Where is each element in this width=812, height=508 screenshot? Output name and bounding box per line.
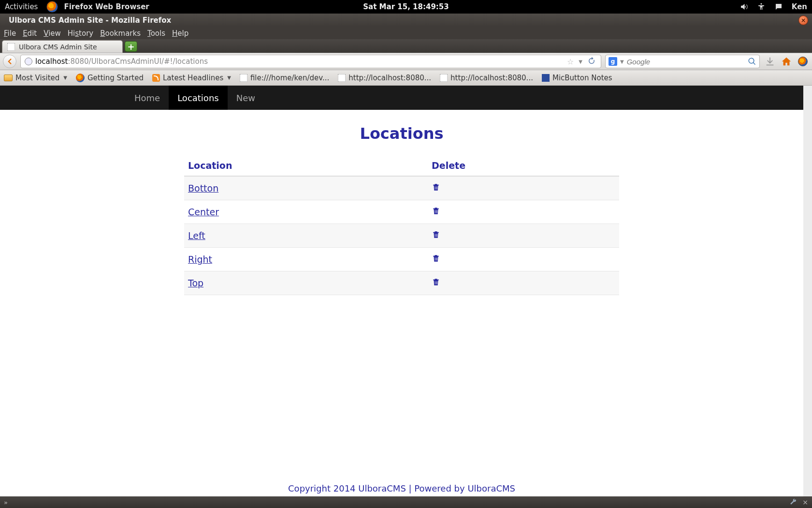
trash-icon <box>432 230 440 239</box>
locations-table: Location Delete BottonCenterLeftRightTop <box>184 155 619 295</box>
gnome-top-bar: Activities Firefox Web Browser Sat Mar 1… <box>0 0 812 14</box>
bookmark-file-path[interactable]: file:///home/ken/dev... <box>240 74 329 82</box>
window-title-bar: Ulbora CMS Admin Site - Mozilla Firefox … <box>0 14 812 27</box>
downloads-button[interactable] <box>764 55 776 68</box>
url-history-dropdown-icon[interactable]: ▼ <box>577 59 584 64</box>
menu-tools[interactable]: Tools <box>147 29 165 38</box>
note-icon <box>542 74 550 82</box>
table-row: Top <box>184 271 619 295</box>
nav-new[interactable]: New <box>228 86 264 110</box>
search-bar[interactable]: g ▼ <box>605 55 760 68</box>
reload-button[interactable] <box>587 57 597 66</box>
search-engine-dropdown-icon[interactable]: ▼ <box>620 59 624 64</box>
bookmark-most-visited[interactable]: Most Visited ▼ <box>4 74 67 82</box>
bookmark-localhost-2[interactable]: http://localhost:8080... <box>440 74 533 82</box>
navigation-toolbar: localhost:8080/UlboraCmsAdminUI/#!/locat… <box>0 53 812 70</box>
chat-icon[interactable] <box>774 2 783 11</box>
bookmark-label: http://localhost:8080... <box>348 74 431 82</box>
bookmark-getting-started[interactable]: Getting Started <box>76 74 144 82</box>
tab-bar: Ulbora CMS Admin Site + <box>0 39 812 53</box>
current-app-label[interactable]: Firefox Web Browser <box>64 2 149 11</box>
bookmark-localhost-1[interactable]: http://localhost:8080... <box>338 74 431 82</box>
bookmarks-toolbar: Most Visited ▼ Getting Started Latest He… <box>0 70 812 86</box>
page-icon <box>240 74 247 82</box>
new-tab-button[interactable]: + <box>125 41 137 52</box>
accessibility-icon[interactable] <box>757 2 766 11</box>
delete-button[interactable] <box>432 277 440 289</box>
delete-button[interactable] <box>432 206 440 218</box>
url-bar[interactable]: localhost:8080/UlboraCmsAdminUI/#!/locat… <box>20 55 601 68</box>
table-row: Botton <box>184 176 619 200</box>
search-go-button[interactable] <box>748 57 756 66</box>
volume-icon[interactable] <box>740 2 748 11</box>
window-close-button[interactable]: × <box>798 15 808 25</box>
bookmark-label: http://localhost:8080... <box>450 74 533 82</box>
firefox-icon <box>76 74 85 82</box>
tab-title: Ulbora CMS Admin Site <box>19 43 97 51</box>
chevron-down-icon: ▼ <box>227 75 231 80</box>
addon-bar-expand-icon[interactable]: » <box>4 499 8 506</box>
location-link[interactable]: Center <box>188 207 219 217</box>
activities-button[interactable]: Activities <box>5 2 38 11</box>
bookmark-star-icon[interactable]: ☆ <box>567 57 574 66</box>
page-icon <box>440 74 448 82</box>
chevron-down-icon: ▼ <box>63 75 67 80</box>
bookmark-label: Getting Started <box>87 74 144 82</box>
scrollbar-thumb[interactable] <box>805 86 810 250</box>
menu-bookmarks[interactable]: Bookmarks <box>100 29 141 38</box>
bookmark-label: MicButton Notes <box>552 74 612 82</box>
wrench-icon[interactable] <box>790 498 797 507</box>
table-row: Left <box>184 224 619 248</box>
delete-button[interactable] <box>432 254 440 265</box>
table-row: Center <box>184 200 619 224</box>
search-input[interactable] <box>627 58 745 66</box>
delete-button[interactable] <box>432 230 440 241</box>
bookmark-latest-headlines[interactable]: Latest Headlines ▼ <box>152 74 231 82</box>
nav-home[interactable]: Home <box>126 86 169 110</box>
rss-icon <box>152 74 160 82</box>
bookmark-label: file:///home/ken/dev... <box>250 74 329 82</box>
table-row: Right <box>184 248 619 271</box>
addon-bar-close-icon[interactable]: × <box>802 498 808 506</box>
col-header-location: Location <box>184 155 428 176</box>
clock[interactable]: Sat Mar 15, 18:49:53 <box>363 2 449 11</box>
menu-file[interactable]: File <box>4 29 16 38</box>
trash-icon <box>432 277 440 287</box>
location-link[interactable]: Right <box>188 254 212 265</box>
delete-button[interactable] <box>432 182 440 194</box>
nav-locations[interactable]: Locations <box>169 86 228 110</box>
trash-icon <box>432 254 440 263</box>
search-engine-icon[interactable]: g <box>609 57 617 66</box>
menu-view[interactable]: View <box>44 29 61 38</box>
firefox-menu-bar: File Edit View History Bookmarks Tools H… <box>0 27 812 39</box>
location-link[interactable]: Botton <box>188 183 218 194</box>
menu-help[interactable]: Help <box>172 29 188 38</box>
bookmark-label: Latest Headlines <box>163 74 223 82</box>
firefox-app-icon <box>46 1 58 13</box>
bookmark-label: Most Visited <box>15 74 59 82</box>
tab-favicon <box>7 43 15 51</box>
home-button[interactable] <box>780 55 793 68</box>
back-button[interactable] <box>3 55 16 68</box>
page-footer: Copyright 2014 UlboraCMS | Powered by Ul… <box>0 483 803 493</box>
bookmark-micbutton-notes[interactable]: MicButton Notes <box>542 74 612 82</box>
folder-icon <box>4 75 13 81</box>
browser-tab[interactable]: Ulbora CMS Admin Site <box>2 40 123 53</box>
site-identity-icon[interactable] <box>25 58 32 65</box>
menu-edit[interactable]: Edit <box>23 29 37 38</box>
addon-bar: » × <box>0 496 812 508</box>
location-link[interactable]: Left <box>188 230 205 241</box>
window-title: Ulbora CMS Admin Site - Mozilla Firefox <box>9 16 171 25</box>
url-text[interactable]: localhost:8080/UlboraCmsAdminUI/#!/locat… <box>35 57 564 66</box>
user-menu[interactable]: Ken <box>792 2 807 11</box>
page-content: Home Locations New Locations Location De… <box>0 86 812 496</box>
site-nav: Home Locations New <box>0 86 803 110</box>
page-title: Locations <box>0 124 803 143</box>
page-icon <box>338 74 346 82</box>
trash-icon <box>432 182 440 192</box>
firefox-menu-button[interactable] <box>797 55 809 68</box>
menu-history[interactable]: History <box>68 29 93 38</box>
col-header-delete: Delete <box>428 155 619 176</box>
svg-point-0 <box>760 3 762 5</box>
location-link[interactable]: Top <box>188 278 203 288</box>
